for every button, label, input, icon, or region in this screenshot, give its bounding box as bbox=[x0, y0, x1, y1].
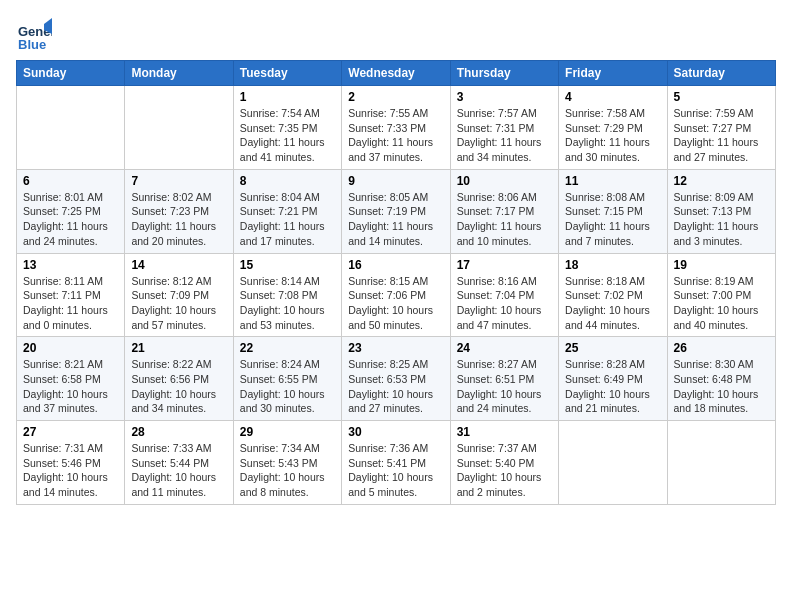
calendar-cell: 28Sunrise: 7:33 AMSunset: 5:44 PMDayligh… bbox=[125, 421, 233, 505]
day-info: Sunrise: 7:36 AMSunset: 5:41 PMDaylight:… bbox=[348, 441, 443, 500]
day-number: 31 bbox=[457, 425, 552, 439]
day-number: 12 bbox=[674, 174, 769, 188]
day-number: 16 bbox=[348, 258, 443, 272]
calendar-cell: 1Sunrise: 7:54 AMSunset: 7:35 PMDaylight… bbox=[233, 86, 341, 170]
day-number: 8 bbox=[240, 174, 335, 188]
calendar-day-header: Saturday bbox=[667, 61, 775, 86]
calendar-cell: 17Sunrise: 8:16 AMSunset: 7:04 PMDayligh… bbox=[450, 253, 558, 337]
calendar-day-header: Sunday bbox=[17, 61, 125, 86]
day-number: 17 bbox=[457, 258, 552, 272]
day-info: Sunrise: 8:24 AMSunset: 6:55 PMDaylight:… bbox=[240, 357, 335, 416]
day-info: Sunrise: 7:37 AMSunset: 5:40 PMDaylight:… bbox=[457, 441, 552, 500]
day-info: Sunrise: 7:54 AMSunset: 7:35 PMDaylight:… bbox=[240, 106, 335, 165]
calendar-cell: 24Sunrise: 8:27 AMSunset: 6:51 PMDayligh… bbox=[450, 337, 558, 421]
day-info: Sunrise: 8:08 AMSunset: 7:15 PMDaylight:… bbox=[565, 190, 660, 249]
calendar-cell: 25Sunrise: 8:28 AMSunset: 6:49 PMDayligh… bbox=[559, 337, 667, 421]
day-info: Sunrise: 8:16 AMSunset: 7:04 PMDaylight:… bbox=[457, 274, 552, 333]
day-info: Sunrise: 7:55 AMSunset: 7:33 PMDaylight:… bbox=[348, 106, 443, 165]
calendar-cell: 23Sunrise: 8:25 AMSunset: 6:53 PMDayligh… bbox=[342, 337, 450, 421]
day-info: Sunrise: 7:59 AMSunset: 7:27 PMDaylight:… bbox=[674, 106, 769, 165]
calendar-cell: 13Sunrise: 8:11 AMSunset: 7:11 PMDayligh… bbox=[17, 253, 125, 337]
calendar-cell: 8Sunrise: 8:04 AMSunset: 7:21 PMDaylight… bbox=[233, 169, 341, 253]
day-number: 28 bbox=[131, 425, 226, 439]
calendar-cell: 16Sunrise: 8:15 AMSunset: 7:06 PMDayligh… bbox=[342, 253, 450, 337]
calendar-cell: 20Sunrise: 8:21 AMSunset: 6:58 PMDayligh… bbox=[17, 337, 125, 421]
calendar-week-row: 6Sunrise: 8:01 AMSunset: 7:25 PMDaylight… bbox=[17, 169, 776, 253]
calendar-cell: 18Sunrise: 8:18 AMSunset: 7:02 PMDayligh… bbox=[559, 253, 667, 337]
calendar-day-header: Monday bbox=[125, 61, 233, 86]
calendar-cell: 9Sunrise: 8:05 AMSunset: 7:19 PMDaylight… bbox=[342, 169, 450, 253]
day-number: 11 bbox=[565, 174, 660, 188]
day-number: 25 bbox=[565, 341, 660, 355]
day-info: Sunrise: 8:25 AMSunset: 6:53 PMDaylight:… bbox=[348, 357, 443, 416]
calendar-cell: 31Sunrise: 7:37 AMSunset: 5:40 PMDayligh… bbox=[450, 421, 558, 505]
day-info: Sunrise: 8:02 AMSunset: 7:23 PMDaylight:… bbox=[131, 190, 226, 249]
day-info: Sunrise: 7:31 AMSunset: 5:46 PMDaylight:… bbox=[23, 441, 118, 500]
calendar-week-row: 13Sunrise: 8:11 AMSunset: 7:11 PMDayligh… bbox=[17, 253, 776, 337]
day-info: Sunrise: 8:09 AMSunset: 7:13 PMDaylight:… bbox=[674, 190, 769, 249]
calendar-cell: 7Sunrise: 8:02 AMSunset: 7:23 PMDaylight… bbox=[125, 169, 233, 253]
day-number: 5 bbox=[674, 90, 769, 104]
calendar-cell: 14Sunrise: 8:12 AMSunset: 7:09 PMDayligh… bbox=[125, 253, 233, 337]
day-number: 30 bbox=[348, 425, 443, 439]
calendar-cell: 21Sunrise: 8:22 AMSunset: 6:56 PMDayligh… bbox=[125, 337, 233, 421]
calendar-week-row: 27Sunrise: 7:31 AMSunset: 5:46 PMDayligh… bbox=[17, 421, 776, 505]
day-info: Sunrise: 8:15 AMSunset: 7:06 PMDaylight:… bbox=[348, 274, 443, 333]
calendar-cell: 10Sunrise: 8:06 AMSunset: 7:17 PMDayligh… bbox=[450, 169, 558, 253]
calendar-cell: 19Sunrise: 8:19 AMSunset: 7:00 PMDayligh… bbox=[667, 253, 775, 337]
day-info: Sunrise: 7:58 AMSunset: 7:29 PMDaylight:… bbox=[565, 106, 660, 165]
day-info: Sunrise: 8:22 AMSunset: 6:56 PMDaylight:… bbox=[131, 357, 226, 416]
calendar-cell: 15Sunrise: 8:14 AMSunset: 7:08 PMDayligh… bbox=[233, 253, 341, 337]
day-number: 3 bbox=[457, 90, 552, 104]
calendar-cell bbox=[559, 421, 667, 505]
day-info: Sunrise: 8:04 AMSunset: 7:21 PMDaylight:… bbox=[240, 190, 335, 249]
day-number: 14 bbox=[131, 258, 226, 272]
logo-icon: General Blue bbox=[16, 16, 52, 52]
day-number: 13 bbox=[23, 258, 118, 272]
svg-text:Blue: Blue bbox=[18, 37, 46, 52]
day-number: 7 bbox=[131, 174, 226, 188]
calendar-cell: 2Sunrise: 7:55 AMSunset: 7:33 PMDaylight… bbox=[342, 86, 450, 170]
day-info: Sunrise: 8:01 AMSunset: 7:25 PMDaylight:… bbox=[23, 190, 118, 249]
day-info: Sunrise: 7:34 AMSunset: 5:43 PMDaylight:… bbox=[240, 441, 335, 500]
day-info: Sunrise: 8:11 AMSunset: 7:11 PMDaylight:… bbox=[23, 274, 118, 333]
calendar-cell: 26Sunrise: 8:30 AMSunset: 6:48 PMDayligh… bbox=[667, 337, 775, 421]
calendar-day-header: Wednesday bbox=[342, 61, 450, 86]
day-number: 27 bbox=[23, 425, 118, 439]
calendar-cell: 3Sunrise: 7:57 AMSunset: 7:31 PMDaylight… bbox=[450, 86, 558, 170]
header: General Blue bbox=[16, 16, 776, 52]
day-info: Sunrise: 8:12 AMSunset: 7:09 PMDaylight:… bbox=[131, 274, 226, 333]
day-number: 10 bbox=[457, 174, 552, 188]
day-number: 18 bbox=[565, 258, 660, 272]
day-info: Sunrise: 8:27 AMSunset: 6:51 PMDaylight:… bbox=[457, 357, 552, 416]
day-number: 26 bbox=[674, 341, 769, 355]
day-info: Sunrise: 8:06 AMSunset: 7:17 PMDaylight:… bbox=[457, 190, 552, 249]
calendar-week-row: 20Sunrise: 8:21 AMSunset: 6:58 PMDayligh… bbox=[17, 337, 776, 421]
calendar-cell: 4Sunrise: 7:58 AMSunset: 7:29 PMDaylight… bbox=[559, 86, 667, 170]
calendar-day-header: Thursday bbox=[450, 61, 558, 86]
day-number: 21 bbox=[131, 341, 226, 355]
day-info: Sunrise: 7:33 AMSunset: 5:44 PMDaylight:… bbox=[131, 441, 226, 500]
calendar-cell: 12Sunrise: 8:09 AMSunset: 7:13 PMDayligh… bbox=[667, 169, 775, 253]
day-info: Sunrise: 8:19 AMSunset: 7:00 PMDaylight:… bbox=[674, 274, 769, 333]
logo: General Blue bbox=[16, 16, 56, 52]
calendar-cell: 29Sunrise: 7:34 AMSunset: 5:43 PMDayligh… bbox=[233, 421, 341, 505]
day-number: 6 bbox=[23, 174, 118, 188]
day-number: 19 bbox=[674, 258, 769, 272]
day-info: Sunrise: 8:14 AMSunset: 7:08 PMDaylight:… bbox=[240, 274, 335, 333]
day-info: Sunrise: 7:57 AMSunset: 7:31 PMDaylight:… bbox=[457, 106, 552, 165]
day-number: 24 bbox=[457, 341, 552, 355]
day-number: 20 bbox=[23, 341, 118, 355]
day-number: 15 bbox=[240, 258, 335, 272]
calendar-table: SundayMondayTuesdayWednesdayThursdayFrid… bbox=[16, 60, 776, 505]
day-number: 9 bbox=[348, 174, 443, 188]
day-number: 1 bbox=[240, 90, 335, 104]
calendar-week-row: 1Sunrise: 7:54 AMSunset: 7:35 PMDaylight… bbox=[17, 86, 776, 170]
day-number: 4 bbox=[565, 90, 660, 104]
calendar-header-row: SundayMondayTuesdayWednesdayThursdayFrid… bbox=[17, 61, 776, 86]
day-info: Sunrise: 8:28 AMSunset: 6:49 PMDaylight:… bbox=[565, 357, 660, 416]
day-number: 2 bbox=[348, 90, 443, 104]
day-info: Sunrise: 8:21 AMSunset: 6:58 PMDaylight:… bbox=[23, 357, 118, 416]
calendar-cell: 5Sunrise: 7:59 AMSunset: 7:27 PMDaylight… bbox=[667, 86, 775, 170]
day-number: 23 bbox=[348, 341, 443, 355]
